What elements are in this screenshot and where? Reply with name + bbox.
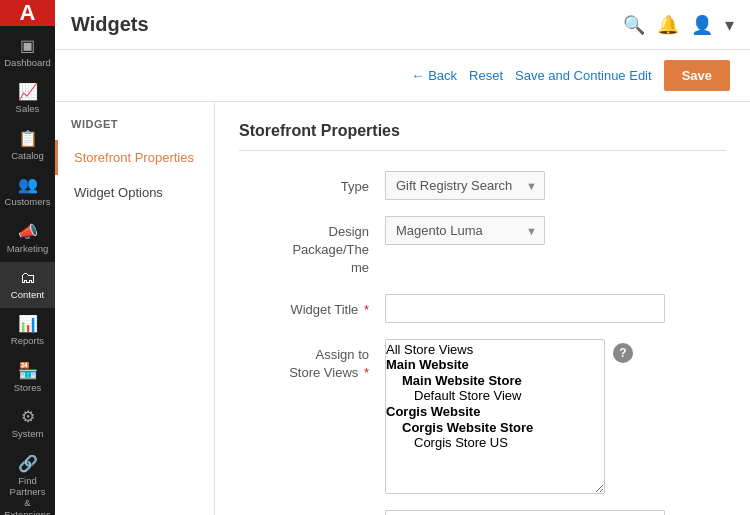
back-button[interactable]: ← Back xyxy=(411,68,457,83)
nav-widget-options[interactable]: Widget Options xyxy=(55,175,214,210)
sidebar-label-3: Customers xyxy=(5,196,51,207)
store-view-option[interactable]: Default Store View xyxy=(386,388,604,404)
sidebar-label-2: Catalog xyxy=(11,150,44,161)
search-icon[interactable]: 🔍 xyxy=(623,14,645,36)
sidebar-icon-4: 📣 xyxy=(18,224,38,240)
reset-button[interactable]: Reset xyxy=(469,68,503,83)
sidebar-label-0: Dashboard xyxy=(4,57,50,68)
sidebar-label-8: System xyxy=(12,428,44,439)
sidebar-icon-0: ▣ xyxy=(20,38,35,54)
sidebar-item-marketing[interactable]: 📣Marketing xyxy=(0,216,55,262)
sidebar-icon-5: 🗂 xyxy=(20,270,36,286)
widget-title-row: Widget Title * xyxy=(239,294,726,323)
section-title: Storefront Properties xyxy=(239,122,726,151)
left-panel: WIDGET Storefront Properties Widget Opti… xyxy=(55,102,215,515)
sort-order-row: Sort Order Sort Order of widget instance… xyxy=(239,510,726,515)
main-content: Widgets 🔍 🔔 👤 ▾ ← Back Reset Save and Co… xyxy=(55,0,750,515)
sidebar-icon-2: 📋 xyxy=(18,131,38,147)
sidebar-item-stores[interactable]: 🏪Stores xyxy=(0,355,55,401)
design-control: Magento Luma ▼ xyxy=(385,216,726,245)
store-view-option[interactable]: Main Website Store xyxy=(386,373,604,389)
sidebar-label-9: Find Partners& Extensions xyxy=(4,475,51,515)
design-label: DesignPackage/Theme xyxy=(239,216,369,278)
store-view-option[interactable]: All Store Views xyxy=(386,342,604,358)
save-button[interactable]: Save xyxy=(664,60,730,91)
sidebar-item-find-partners[interactable]: 🔗Find Partners& Extensions xyxy=(0,448,55,515)
widget-title-label: Widget Title * xyxy=(239,294,369,319)
store-view-option[interactable]: Corgis Website xyxy=(386,404,604,420)
sidebar-label-6: Reports xyxy=(11,335,44,346)
chevron-down-icon[interactable]: ▾ xyxy=(725,14,734,36)
content-area: WIDGET Storefront Properties Widget Opti… xyxy=(55,102,750,515)
store-views-label: Assign toStore Views * xyxy=(239,339,369,382)
sort-order-control: Sort Order of widget instances in the sa… xyxy=(385,510,726,515)
sidebar-item-system[interactable]: ⚙System xyxy=(0,401,55,447)
sidebar-icon-9: 🔗 xyxy=(18,456,38,472)
store-views-control: All Store ViewsMain WebsiteMain Website … xyxy=(385,339,726,494)
store-views-multiselect[interactable]: All Store ViewsMain WebsiteMain Website … xyxy=(385,339,605,494)
type-label: Type xyxy=(239,171,369,196)
sidebar-label-1: Sales xyxy=(16,103,40,114)
store-view-option[interactable]: Corgis Website Store xyxy=(386,420,604,436)
widget-section-label: WIDGET xyxy=(55,118,214,140)
sidebar-icon-3: 👥 xyxy=(18,177,38,193)
sidebar-item-sales[interactable]: 📈Sales xyxy=(0,76,55,122)
sidebar-item-dashboard[interactable]: ▣Dashboard xyxy=(0,30,55,76)
sidebar: A ▣Dashboard📈Sales📋Catalog👥Customers📣Mar… xyxy=(0,0,55,515)
design-select-wrapper: Magento Luma ▼ xyxy=(385,216,545,245)
type-select-wrapper: Gift Registry Search ▼ xyxy=(385,171,545,200)
store-views-row: Assign toStore Views * All Store ViewsMa… xyxy=(239,339,726,494)
store-views-required: * xyxy=(364,365,369,380)
sidebar-label-4: Marketing xyxy=(7,243,49,254)
widget-title-input[interactable] xyxy=(385,294,665,323)
store-view-option[interactable]: Corgis Store US xyxy=(386,435,604,451)
sort-order-label: Sort Order xyxy=(239,510,369,515)
user-icon[interactable]: 👤 xyxy=(691,14,713,36)
type-control: Gift Registry Search ▼ xyxy=(385,171,726,200)
sidebar-icon-8: ⚙ xyxy=(21,409,35,425)
widget-title-control xyxy=(385,294,726,323)
sidebar-item-content[interactable]: 🗂Content xyxy=(0,262,55,308)
action-bar: ← Back Reset Save and Continue Edit Save xyxy=(55,50,750,102)
sidebar-label-7: Stores xyxy=(14,382,41,393)
type-row: Type Gift Registry Search ▼ xyxy=(239,171,726,200)
type-select[interactable]: Gift Registry Search xyxy=(385,171,545,200)
store-views-inner: All Store ViewsMain WebsiteMain Website … xyxy=(385,339,726,494)
sidebar-label-5: Content xyxy=(11,289,44,300)
logo-text: A xyxy=(20,0,36,26)
sidebar-icon-6: 📊 xyxy=(18,316,38,332)
logo: A xyxy=(0,0,55,26)
topbar-icons: 🔍 🔔 👤 ▾ xyxy=(623,14,734,36)
sidebar-icon-1: 📈 xyxy=(18,84,38,100)
nav-storefront-properties[interactable]: Storefront Properties xyxy=(55,140,214,175)
sidebar-item-customers[interactable]: 👥Customers xyxy=(0,169,55,215)
design-row: DesignPackage/Theme Magento Luma ▼ xyxy=(239,216,726,278)
save-continue-button[interactable]: Save and Continue Edit xyxy=(515,68,652,83)
bell-icon[interactable]: 🔔 xyxy=(657,14,679,36)
widget-title-required: * xyxy=(364,302,369,317)
sidebar-icon-7: 🏪 xyxy=(18,363,38,379)
sort-order-input[interactable] xyxy=(385,510,665,515)
help-icon[interactable]: ? xyxy=(613,343,633,363)
design-select[interactable]: Magento Luma xyxy=(385,216,545,245)
topbar: Widgets 🔍 🔔 👤 ▾ xyxy=(55,0,750,50)
store-view-option[interactable]: Main Website xyxy=(386,357,604,373)
sidebar-item-reports[interactable]: 📊Reports xyxy=(0,308,55,354)
page-title: Widgets xyxy=(71,13,623,36)
back-arrow-icon: ← xyxy=(411,68,424,83)
right-panel: Storefront Properties Type Gift Registry… xyxy=(215,102,750,515)
sidebar-item-catalog[interactable]: 📋Catalog xyxy=(0,123,55,169)
